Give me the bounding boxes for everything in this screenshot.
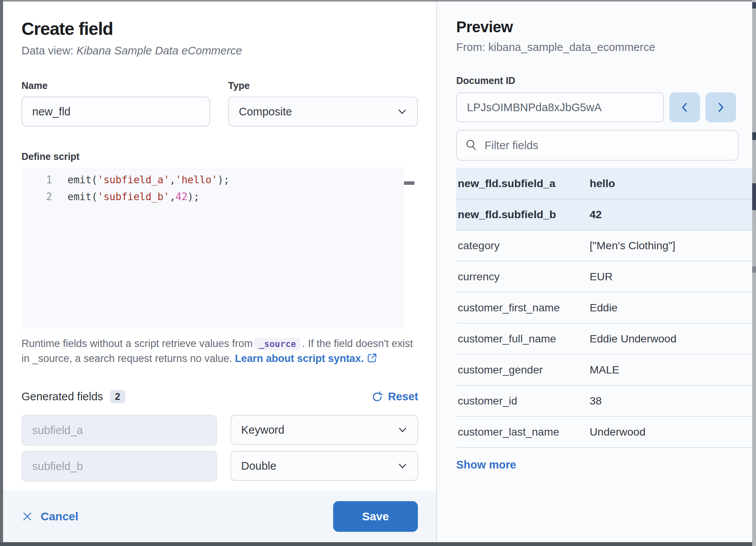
chevron-down-icon	[397, 460, 408, 472]
subfield-a-type-select[interactable]: Keyword	[230, 415, 418, 445]
data-view-subtitle: Data view: Kibana Sample Data eCommerce	[21, 44, 418, 57]
subfield-b-type-value: Double	[241, 460, 276, 472]
field-value: hello	[590, 177, 751, 190]
code-token: );	[217, 174, 229, 186]
close-icon	[21, 511, 33, 522]
type-label: Type	[228, 80, 418, 91]
cancel-label: Cancel	[41, 510, 78, 523]
preview-from-line: From: kibana_sample_data_ecommerce	[456, 41, 738, 54]
editor-scrollbar[interactable]	[404, 168, 414, 329]
field-value: Underwood	[590, 426, 751, 438]
define-script-section: Define script 1 emit('subfield_a', 'hell…	[21, 151, 418, 366]
generated-fields-count-badge: 2	[110, 390, 125, 403]
subfield-b-name: subfield_b	[32, 460, 83, 473]
field-value: EUR	[590, 270, 751, 283]
type-select-value: Composite	[239, 105, 292, 118]
document-id-input[interactable]: LPJsOIMBNPda8xJbG5wA	[456, 92, 664, 122]
script-code-editor[interactable]: 1 emit('subfield_a', 'hello'); 2 emit('s…	[21, 168, 414, 329]
field-name: currency	[458, 270, 590, 283]
table-row[interactable]: customer_gender MALE	[456, 355, 752, 386]
generated-fields-title-wrap: Generated fields 2	[21, 390, 125, 403]
generated-field-row: subfield_b Double	[21, 451, 418, 482]
show-more-link[interactable]: Show more	[456, 459, 516, 471]
code-token: 'subfield_b'	[97, 191, 169, 202]
chevron-down-icon	[397, 424, 408, 436]
code-token: );	[187, 191, 199, 202]
reset-label: Reset	[388, 390, 418, 403]
data-view-label: Data view:	[21, 44, 76, 57]
chevron-down-icon	[396, 106, 408, 117]
table-row[interactable]: new_fld.subfield_a hello	[456, 168, 752, 199]
table-row[interactable]: customer_id 38	[456, 386, 752, 417]
field-name: customer_full_name	[458, 332, 590, 345]
subfield-a-type-value: Keyword	[241, 424, 284, 436]
type-select[interactable]: Composite	[228, 97, 418, 127]
code-token: emit(	[67, 174, 97, 186]
page-title: Create field	[21, 18, 418, 39]
line-number: 1	[21, 174, 67, 186]
field-value: ["Men's Clothing"]	[590, 239, 751, 252]
editor-scroll-thumb[interactable]	[404, 181, 414, 185]
window-edge-bottom	[0, 542, 756, 546]
cancel-button[interactable]: Cancel	[21, 510, 78, 523]
field-name: customer_id	[458, 395, 590, 407]
code-token: emit(	[67, 191, 97, 202]
flyout-footer: Cancel Save	[3, 491, 436, 542]
refresh-icon	[371, 391, 383, 403]
scrollbar-mark	[752, 132, 756, 140]
window-edge-top	[0, 0, 756, 2]
filter-fields-input[interactable]: Filter fields	[456, 130, 739, 161]
field-name: customer_last_name	[458, 426, 590, 438]
generated-fields-title: Generated fields	[21, 390, 103, 403]
field-name: category	[458, 239, 590, 252]
data-view-name: Kibana Sample Data eCommerce	[76, 44, 242, 57]
document-id-row: LPJsOIMBNPda8xJbG5wA	[456, 92, 738, 122]
chevron-left-icon	[678, 101, 691, 114]
table-row[interactable]: currency EUR	[456, 261, 752, 293]
table-row[interactable]: customer_full_name Eddie Underwood	[456, 324, 752, 355]
script-help-text: Runtime fields without a script retrieve…	[21, 336, 418, 366]
window-scrollbar-strip[interactable]	[752, 0, 756, 546]
scrollbar-mark	[752, 2, 756, 8]
chevron-right-icon	[714, 101, 727, 114]
name-input-value: new_fld	[32, 105, 71, 118]
field-name: new_fld.subfield_b	[458, 208, 590, 221]
subfield-b-type-select[interactable]: Double	[230, 451, 418, 481]
name-input[interactable]: new_fld	[21, 97, 210, 127]
field-value: MALE	[590, 363, 751, 376]
code-token: ,	[169, 191, 176, 202]
field-value: Eddie Underwood	[590, 332, 751, 345]
code-lines: 1 emit('subfield_a', 'hello'); 2 emit('s…	[21, 168, 414, 205]
subfield-b-name-input: subfield_b	[21, 451, 217, 482]
subfield-a-name-input: subfield_a	[21, 415, 217, 446]
field-value: Eddie	[590, 301, 751, 314]
reset-button[interactable]: Reset	[371, 390, 418, 403]
create-field-form: Create field Data view: Kibana Sample Da…	[3, 2, 436, 491]
field-value: 38	[590, 395, 751, 407]
external-link-icon	[367, 353, 377, 363]
scrollbar-mark	[752, 183, 756, 210]
name-type-row: Name new_fld Type Composite	[21, 80, 418, 127]
define-script-label: Define script	[21, 151, 418, 162]
learn-script-syntax-link[interactable]: Learn about script syntax.	[235, 353, 364, 364]
document-id-label: Document ID	[456, 75, 738, 86]
kibana-create-field-flyout: Create field Data view: Kibana Sample Da…	[0, 0, 756, 546]
field-name: customer_gender	[458, 363, 590, 376]
scrollbar-mark	[752, 266, 756, 273]
table-row[interactable]: customer_first_name Eddie	[456, 293, 752, 324]
next-document-button[interactable]	[705, 92, 736, 122]
filter-fields-placeholder: Filter fields	[485, 139, 538, 152]
save-button[interactable]: Save	[333, 501, 418, 532]
preview-panel: Preview From: kibana_sample_data_ecommer…	[436, 2, 752, 542]
subfield-a-name: subfield_a	[32, 424, 83, 437]
document-id-value: LPJsOIMBNPda8xJbG5wA	[467, 101, 602, 114]
preview-title: Preview	[456, 18, 738, 36]
window-edge-left	[0, 0, 3, 546]
line-number: 2	[21, 191, 67, 202]
previous-document-button[interactable]	[669, 92, 700, 122]
table-row[interactable]: category ["Men's Clothing"]	[456, 230, 752, 261]
table-row[interactable]: new_fld.subfield_b 42	[456, 199, 752, 230]
field-name: customer_first_name	[458, 301, 590, 314]
code-line-1: 1 emit('subfield_a', 'hello');	[21, 171, 414, 188]
table-row[interactable]: customer_last_name Underwood	[456, 417, 752, 448]
